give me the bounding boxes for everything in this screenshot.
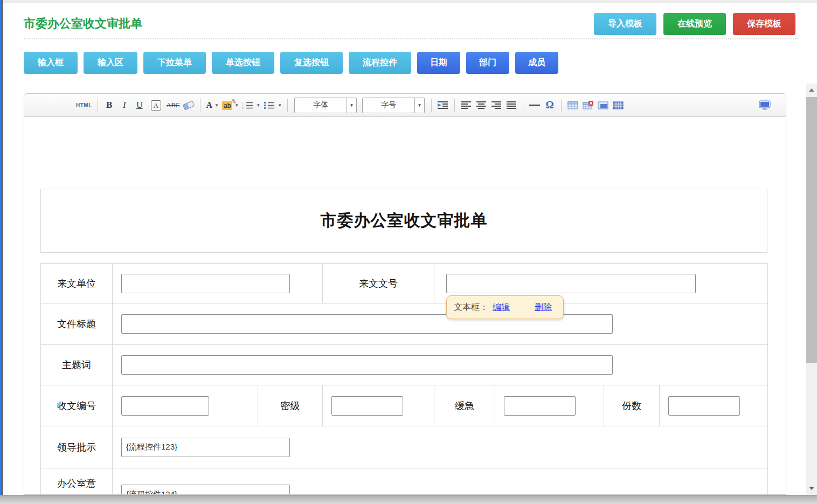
italic-button[interactable]: I <box>119 97 130 113</box>
widget-dropdown-button[interactable]: 下拉菜单 <box>143 52 206 74</box>
indent-icon <box>437 101 449 109</box>
cell-secrecy <box>323 385 434 426</box>
toolbar-separator <box>561 99 562 112</box>
window-top-edge <box>0 0 817 3</box>
scrollbar-up-button[interactable] <box>806 84 817 96</box>
toolbar-separator <box>454 99 455 112</box>
font-size-select[interactable]: 字号 ▼ <box>362 98 425 113</box>
label-receipt-no: 收文编号 <box>41 385 113 426</box>
fullscreen-icon <box>759 100 771 111</box>
arrow-down-icon <box>809 487 814 490</box>
cell-office-opinion <box>113 468 768 495</box>
urgency-input[interactable] <box>504 396 576 416</box>
widget-radio-button[interactable]: 单选按钮 <box>212 52 274 74</box>
label-source-unit: 来文单位 <box>41 264 113 303</box>
table-grid-button[interactable] <box>612 97 624 113</box>
cell-receipt-no <box>113 385 258 426</box>
editor-panel: HTML B I U A ABC A ▼ ab ✎ ▼ 1 2 3 <box>24 93 786 495</box>
keywords-input[interactable] <box>121 355 613 375</box>
chevron-down-icon: ▼ <box>256 103 260 108</box>
insert-table-button[interactable] <box>567 97 579 113</box>
eraser-button[interactable] <box>183 97 195 113</box>
delete-link[interactable]: 删除 <box>535 302 552 313</box>
align-center-button[interactable] <box>475 97 487 113</box>
table-layout-icon <box>598 101 608 110</box>
editor-toolbar: HTML B I U A ABC A ▼ ab ✎ ▼ 1 2 3 <box>24 94 786 117</box>
secrecy-input[interactable] <box>331 396 403 416</box>
table-layout-button[interactable] <box>597 97 609 113</box>
toolbar-separator <box>523 99 523 112</box>
align-right-button[interactable] <box>490 97 502 113</box>
chevron-down-icon: ▼ <box>414 98 424 113</box>
scrollbar-down-button[interactable] <box>806 482 817 495</box>
cell-keywords <box>113 345 768 385</box>
leader-note-input[interactable] <box>121 438 290 457</box>
insert-table-icon <box>567 101 578 110</box>
widget-input-box-button[interactable]: 输入框 <box>24 52 78 74</box>
tooltip-label: 文本框： <box>454 302 488 313</box>
scrollbar-thumb[interactable] <box>806 97 817 363</box>
widget-date-button[interactable]: 日期 <box>417 52 460 74</box>
table-row: 来文单位 来文文号 <box>41 264 768 303</box>
ordered-list-button[interactable]: 1 2 3 ▼ <box>242 97 260 113</box>
office-opinion-input[interactable] <box>121 485 290 495</box>
label-urgency: 缓急 <box>434 385 495 426</box>
widget-member-button[interactable]: 成员 <box>515 52 558 74</box>
strikethrough-button[interactable]: ABC <box>167 97 180 113</box>
online-preview-button[interactable]: 在线预览 <box>663 13 726 35</box>
font-color-button[interactable]: A ▼ <box>206 97 218 113</box>
widget-textarea-button[interactable]: 输入区 <box>84 52 137 74</box>
label-keywords: 主题词 <box>41 345 113 385</box>
special-char-button[interactable]: Ω <box>544 97 556 113</box>
highlight-color-button[interactable]: ab ✎ ▼ <box>222 97 239 113</box>
vertical-scrollbar[interactable] <box>806 84 817 495</box>
toolbar-separator <box>98 99 98 112</box>
fullscreen-button[interactable] <box>759 97 771 113</box>
cell-doc-title <box>113 303 768 345</box>
import-template-button[interactable]: 导入模板 <box>594 13 656 35</box>
delete-table-icon <box>583 101 593 110</box>
edit-link[interactable]: 编辑 <box>493 302 510 313</box>
table-row: 领导批示 <box>41 426 768 468</box>
indent-button[interactable] <box>437 97 449 113</box>
align-right-icon <box>491 101 502 109</box>
align-justify-icon <box>506 101 517 109</box>
unordered-list-button[interactable]: ▼ <box>264 97 282 113</box>
font-family-select[interactable]: 字体 ▼ <box>294 98 357 113</box>
chevron-down-icon: ▼ <box>214 103 219 108</box>
editor-canvas[interactable]: 市委办公室收文审批单 来文单位 来文文号 文件标题 <box>24 117 786 495</box>
label-copies: 份数 <box>604 385 660 426</box>
receipt-no-input[interactable] <box>121 396 209 416</box>
align-left-button[interactable] <box>460 97 472 113</box>
window-bottom-edge <box>0 495 817 504</box>
save-template-button[interactable]: 保存模板 <box>733 13 795 35</box>
horizontal-rule-button[interactable] <box>529 97 541 113</box>
label-office-opinion: 办公室意 <box>41 468 113 495</box>
form-title-box: 市委办公室收文审批单 <box>40 189 767 253</box>
html-source-button[interactable]: HTML <box>76 97 92 113</box>
window-left-edge-shadow <box>2 0 3 495</box>
header-divider <box>24 38 798 39</box>
widget-checkbox-button[interactable]: 复选按钮 <box>280 52 343 74</box>
highlight-icon: ab ✎ <box>222 100 232 110</box>
widget-department-button[interactable]: 部门 <box>466 52 509 74</box>
delete-table-button[interactable] <box>582 97 594 113</box>
copies-input[interactable] <box>668 396 740 416</box>
cell-leader-note <box>113 426 768 468</box>
align-justify-button[interactable] <box>506 97 517 113</box>
label-doc-title: 文件标题 <box>41 303 113 345</box>
toolbar-separator <box>200 99 200 112</box>
chevron-down-icon: ▼ <box>347 98 356 113</box>
bold-button[interactable]: B <box>103 97 115 113</box>
source-unit-input[interactable] <box>121 274 290 293</box>
table-grid-icon <box>613 101 624 110</box>
table-row: 文件标题 <box>41 303 768 345</box>
cell-urgency <box>495 385 604 426</box>
label-secrecy: 密级 <box>258 385 323 426</box>
underline-button[interactable]: U <box>134 97 146 113</box>
widget-flow-control-button[interactable]: 流程控件 <box>349 52 411 74</box>
boxed-a-button[interactable]: A <box>151 100 161 111</box>
doc-number-input[interactable] <box>446 274 696 293</box>
arrow-up-icon <box>809 88 814 92</box>
ordered-list-icon: 1 2 3 <box>242 101 254 109</box>
